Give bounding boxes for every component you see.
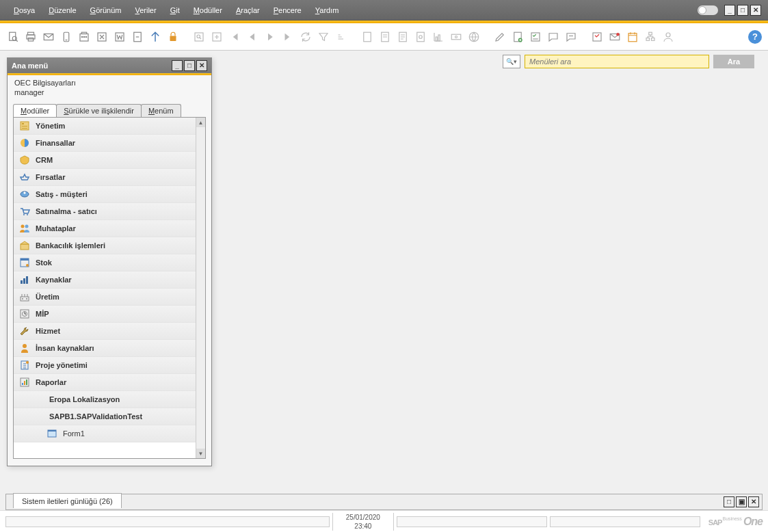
sort-icon[interactable] [334,29,349,44]
tab-mymenu[interactable]: Menüm [141,104,181,117]
tree-item[interactable]: CRM [14,152,196,169]
find-icon[interactable] [191,29,207,44]
preview-icon[interactable] [5,29,21,44]
menu-araclar[interactable]: Araçlar [229,6,267,14]
tree-item[interactable]: Fırsatlar [14,169,196,186]
tree-item[interactable]: Form1 [14,425,196,442]
tab-modules[interactable]: Modüller [13,104,57,117]
svg-point-9 [81,36,83,38]
menu-veriler[interactable]: Veriler [128,6,163,14]
tree-item[interactable]: Üretim [14,289,196,306]
tree-item[interactable]: Kaynaklar [14,271,196,289]
menu-duzenle[interactable]: Düzenle [42,6,83,14]
bottom-panel: Sistem iletileri günlüğü (26) □ ▣ ✕ [5,494,763,510]
next-icon[interactable] [263,29,278,44]
org-icon[interactable] [643,29,658,44]
maximize-button[interactable]: □ [737,5,748,16]
minimize-button[interactable]: _ [724,5,735,16]
last-icon[interactable] [280,29,295,44]
mainmenu-close[interactable]: ✕ [196,60,207,71]
add-icon[interactable] [209,29,224,44]
tree-item[interactable]: Finansallar [14,135,196,152]
search-mode-dropdown[interactable]: 🔍▾ [503,55,520,68]
edit-icon[interactable] [492,29,507,44]
menu-pencere[interactable]: Pencere [267,6,308,14]
excel-icon[interactable] [94,29,109,44]
panel-expand[interactable]: ▣ [736,496,747,507]
menu-git[interactable]: Git [163,6,187,14]
status-time: 23:40 [332,522,394,531]
money-icon[interactable] [449,29,464,44]
tree-item[interactable]: Stok [14,254,196,271]
doc1-icon[interactable] [360,29,375,44]
tree-item[interactable]: Bankacılık işlemleri [14,237,196,254]
scroll-up-icon[interactable]: ▲ [196,118,205,127]
user-icon[interactable] [661,29,676,44]
refresh-icon[interactable] [298,29,313,44]
new-doc-icon[interactable] [510,29,525,44]
mainmenu-maximize[interactable]: □ [184,60,195,71]
doc3-icon[interactable] [395,29,410,44]
scroll-down-icon[interactable]: ▼ [196,449,205,458]
tree-scrollbar[interactable]: ▲ ▼ [196,118,205,458]
globe-icon[interactable] [466,29,481,44]
tree-item[interactable]: Eropa Lokalizasyon [14,391,196,408]
menu-moduller[interactable]: Modüller [187,6,229,14]
svg-point-62 [23,344,27,348]
folder-icon [33,411,44,422]
chat1-icon[interactable] [546,29,561,44]
mainmenu-minimize[interactable]: _ [172,60,183,71]
tree-item[interactable]: SAPB1.SAPValidationTest [14,408,196,425]
company-label: OEC Bilgisayarları [14,78,204,88]
tree-item[interactable]: Raporlar [14,374,196,391]
close-button[interactable]: ✕ [750,5,761,16]
menu-dosya[interactable]: Dosya [7,6,42,14]
tree-item[interactable]: MİP [14,306,196,323]
help-icon[interactable]: ? [747,29,763,44]
calendar-icon[interactable] [625,29,640,44]
doc4-icon[interactable] [413,29,428,44]
svg-point-49 [25,225,29,228]
fax-icon[interactable] [77,29,92,44]
chart-icon[interactable] [431,29,446,44]
chat2-icon[interactable] [564,29,579,44]
sms-icon[interactable] [59,29,74,44]
search-button[interactable]: Ara [713,55,754,68]
lock-icon[interactable] [165,29,181,44]
svg-point-1 [12,36,16,40]
menu-gorunum[interactable]: Görünüm [83,6,129,14]
financials-icon [19,137,30,148]
filter-icon[interactable] [316,29,331,44]
word-icon[interactable] [112,29,127,44]
svg-rect-36 [649,32,652,35]
alert-mail-icon[interactable] [607,29,622,44]
panel-close[interactable]: ✕ [748,496,759,507]
prev-icon[interactable] [245,29,260,44]
launch-app-icon[interactable] [148,29,163,44]
svg-point-59 [26,298,27,300]
first-icon[interactable] [227,29,242,44]
tab-dragdrop[interactable]: Sürükle ve ilişkilendir [56,104,142,117]
tree-item[interactable]: Hizmet [14,323,196,340]
tree-item[interactable]: Satınalma - satıcı [14,203,196,220]
pdf-icon[interactable] [130,29,145,44]
doc2-icon[interactable] [378,29,393,44]
toggle-switch[interactable] [698,5,718,15]
print-icon[interactable] [23,29,38,44]
tree-item[interactable]: Proje yönetimi [14,357,196,374]
form-icon [47,428,57,439]
mail-icon[interactable] [41,29,56,44]
tree-item-label: SAPB1.SAPValidationTest [49,412,142,421]
tree-item[interactable]: Muhataplar [14,220,196,237]
system-log-tab[interactable]: Sistem iletileri günlüğü (26) [13,493,122,508]
tree-item[interactable]: Yönetim [14,118,196,135]
svg-point-58 [22,298,23,300]
search-input[interactable] [525,55,709,68]
menu-yardim[interactable]: Yardım [308,6,346,14]
checklist-icon[interactable] [528,29,543,44]
tree-item[interactable]: İnsan kaynakları [14,340,196,357]
mainmenu-titlebar[interactable]: Ana menü _ □ ✕ [8,58,211,73]
task-icon[interactable] [590,29,605,44]
panel-restore[interactable]: □ [724,496,734,507]
tree-item[interactable]: Satış - müşteri [14,186,196,203]
